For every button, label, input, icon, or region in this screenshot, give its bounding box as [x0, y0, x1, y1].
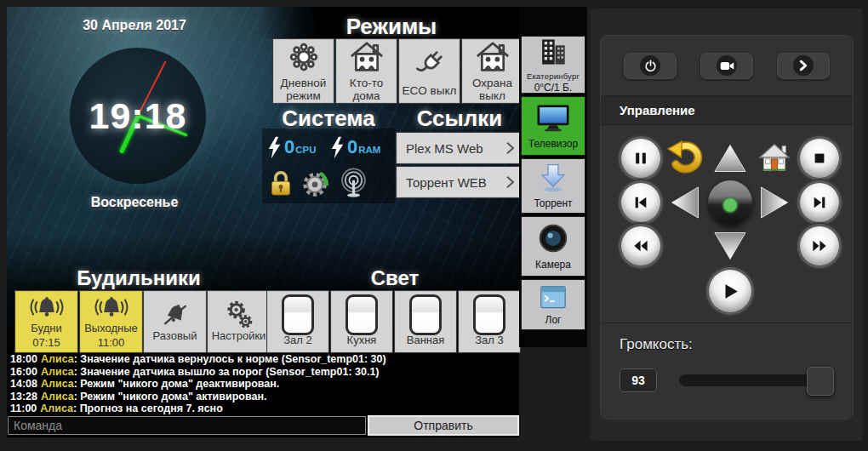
weather-value: 0°C/1 Б.: [534, 82, 573, 94]
control-header: Управление: [601, 95, 853, 125]
gears-icon: [223, 301, 255, 328]
remote-top-buttons: [601, 36, 853, 95]
link-plex[interactable]: Plex MS Web: [397, 133, 524, 163]
alarm-button-weekends[interactable]: Выходные 11:00: [80, 291, 142, 352]
smart-home-dashboard: 30 Апреля 2017 19:18 Воскресенье Режимы …: [0, 0, 868, 451]
date-label: 30 Апреля 2017: [7, 18, 262, 33]
skip-back-button[interactable]: [621, 183, 660, 222]
system-status-icons: [268, 167, 396, 203]
camera-lens-icon: [537, 222, 569, 258]
log-message: : Значение датчика вернулось к норме (Se…: [74, 353, 386, 365]
mode-button-security[interactable]: Охрана выкл: [462, 39, 523, 103]
nav-left-button[interactable]: [670, 186, 701, 220]
log-author: Алиса: [41, 391, 74, 402]
log-author: Алиса: [41, 366, 74, 378]
switch-icon: [409, 297, 442, 333]
volume-row: 93: [620, 368, 853, 392]
log-author: Алиса: [41, 353, 74, 365]
alarm-button-settings[interactable]: Настройки: [208, 291, 270, 352]
remote-panel: Управление: [591, 9, 863, 441]
sidebar-item-torrent[interactable]: Торрент: [521, 158, 585, 214]
log-message: : Значение датчика вышло за порог (Senso…: [74, 366, 380, 378]
volume-label: Громкость:: [620, 336, 853, 353]
city-buildings-icon: [537, 37, 569, 71]
chevron-right-icon: [505, 141, 515, 155]
sidebar-item-log[interactable]: Лог: [521, 279, 585, 330]
stop-button[interactable]: [800, 139, 839, 178]
log-line: 13:28Алиса: Режим "никого дома" активиро…: [10, 391, 517, 403]
nav-up-button[interactable]: [713, 143, 747, 174]
log-message: : Режим "никого дома" активирован.: [74, 391, 267, 402]
lightning-icon: [268, 136, 281, 163]
bell-ring-icon: [93, 294, 130, 321]
sidebar-item-tv[interactable]: Телевизор: [521, 96, 585, 156]
mode-label: Дневной режим: [274, 77, 333, 102]
lightning-icon: [331, 136, 344, 163]
ok-button[interactable]: [708, 180, 752, 225]
fast-forward-button[interactable]: [800, 226, 839, 265]
download-arrow-icon: [539, 163, 568, 197]
light-button-bathroom[interactable]: Ванная: [395, 291, 456, 352]
alarm-button-single[interactable]: Разовый: [144, 291, 206, 352]
analog-clock: 19:18: [70, 48, 206, 184]
log-time: 16:00: [10, 366, 37, 378]
tv-monitor-icon: [534, 102, 572, 137]
log-author: Алиса: [41, 378, 74, 390]
next-source-button[interactable]: [777, 53, 830, 79]
video-camera-icon: [717, 55, 737, 76]
volume-slider[interactable]: [679, 374, 831, 386]
control-pad: [601, 125, 853, 323]
house-people-icon: [476, 40, 510, 75]
log-time: 18:00: [10, 353, 37, 365]
log-message: : Прогноз на сегодня 7. ясно: [73, 402, 223, 414]
lock-icon: [268, 168, 294, 202]
cpu-indicator: 0 CPU: [268, 136, 331, 163]
rewind-button[interactable]: [621, 226, 660, 265]
switch-icon: [345, 297, 378, 333]
undo-button[interactable]: [666, 140, 704, 174]
mode-button-eco[interactable]: ECO выкл: [399, 39, 460, 103]
log-time: 13:28: [10, 391, 37, 402]
sun-icon: [288, 40, 320, 75]
play-button[interactable]: [709, 270, 751, 312]
alarm-button-weekdays[interactable]: Будни 07:15: [15, 291, 77, 352]
light-title: Свет: [267, 266, 523, 290]
light-button-kitchen[interactable]: Кухня: [331, 291, 392, 352]
main-panel: 30 Апреля 2017 19:18 Воскресенье Режимы …: [7, 7, 519, 437]
log-message: : Режим "никого дома" деактивирован.: [74, 378, 280, 390]
plug-icon: [414, 45, 445, 83]
camera-source-button[interactable]: [700, 53, 753, 79]
log-time: 11:00: [10, 402, 37, 414]
sidebar-item-weather[interactable]: Екатеринбург 0°C/1 Б.: [521, 36, 585, 94]
power-button[interactable]: [624, 53, 677, 79]
home-button[interactable]: [757, 141, 791, 174]
links-title: Ссылки: [395, 106, 524, 132]
send-button[interactable]: Отправить: [368, 415, 519, 436]
digital-time: 19:18: [70, 95, 206, 137]
mode-button-somebody-home[interactable]: Кто-то дома: [336, 39, 397, 103]
log-line: 11:00Алиса: Прогноз на сегодня 7. ясно: [10, 402, 517, 415]
ram-indicator: 0 RAM: [331, 136, 380, 163]
mode-button-day[interactable]: Дневной режим: [273, 39, 334, 103]
log-time: 14:08: [10, 378, 37, 390]
weekday-label: Воскресенье: [7, 195, 262, 210]
link-torrent-web[interactable]: Торрент WEB: [397, 167, 524, 197]
nav-right-button[interactable]: [759, 186, 791, 220]
command-input[interactable]: [8, 416, 366, 435]
volume-section: Громкость: 93: [601, 323, 853, 392]
light-button-hall3[interactable]: Зал 3: [459, 291, 520, 352]
chevron-right-icon: [793, 55, 814, 76]
modes-title: Режимы: [264, 14, 519, 40]
log-author: Алиса: [40, 402, 73, 414]
terminal-icon: [539, 284, 568, 313]
gear-refresh-icon: [300, 167, 332, 203]
light-button-hall2[interactable]: Зал 2: [267, 291, 328, 352]
log-line: 16:00Алиса: Значение датчика вышло за по…: [10, 366, 517, 379]
switch-icon: [282, 297, 314, 333]
switch-icon: [473, 297, 505, 333]
pause-button[interactable]: [621, 139, 660, 178]
nav-down-button[interactable]: [713, 231, 747, 262]
skip-forward-button[interactable]: [800, 183, 839, 222]
volume-slider-handle[interactable]: [807, 367, 834, 396]
sidebar-item-camera[interactable]: Камера: [521, 216, 585, 277]
